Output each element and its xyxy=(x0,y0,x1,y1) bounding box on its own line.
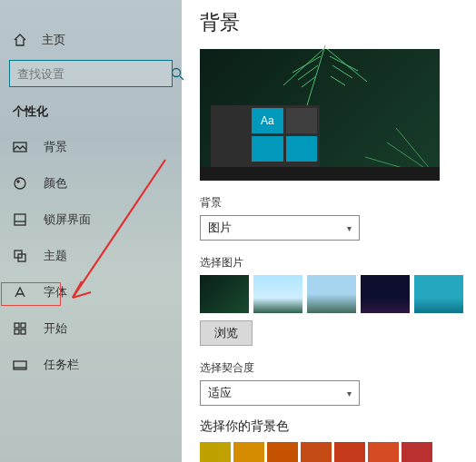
svg-rect-4 xyxy=(15,214,25,225)
sidebar-item-label: 颜色 xyxy=(44,175,67,192)
start-icon xyxy=(13,321,27,336)
svg-rect-7 xyxy=(15,323,19,328)
picture-thumbnails xyxy=(200,275,463,313)
color-swatch[interactable] xyxy=(200,442,231,462)
desktop-preview: Aa xyxy=(200,49,440,181)
search-field[interactable] xyxy=(17,67,170,81)
sidebar-item-label: 任务栏 xyxy=(44,357,79,373)
browse-button[interactable]: 浏览 xyxy=(200,320,253,346)
sidebar-category-title: 个性化 xyxy=(0,98,182,129)
picture-thumb[interactable] xyxy=(200,275,249,313)
themes-icon xyxy=(13,249,27,263)
picture-thumb[interactable] xyxy=(414,275,463,313)
font-icon xyxy=(13,285,27,300)
palette-icon xyxy=(13,176,27,191)
sidebar-item-fonts[interactable]: 字体 xyxy=(0,274,182,310)
sidebar-item-lockscreen[interactable]: 锁屏界面 xyxy=(0,202,182,238)
select-value: 图片 xyxy=(208,220,232,236)
background-type-select[interactable]: 图片 ▾ xyxy=(200,215,360,241)
lockscreen-icon xyxy=(13,212,27,227)
sidebar-item-colors[interactable]: 颜色 xyxy=(0,165,182,202)
fit-select[interactable]: 适应 ▾ xyxy=(200,380,360,406)
choose-picture-label: 选择图片 xyxy=(200,255,463,270)
sidebar-item-themes[interactable]: 主题 xyxy=(0,238,182,274)
svg-point-3 xyxy=(17,181,19,182)
sidebar-home[interactable]: 主页 xyxy=(0,24,182,56)
color-swatch[interactable] xyxy=(267,442,298,462)
home-icon xyxy=(13,33,27,47)
fit-label: 选择契合度 xyxy=(200,360,463,376)
picture-thumb[interactable] xyxy=(307,275,356,313)
browse-button-label: 浏览 xyxy=(214,325,238,341)
svg-rect-10 xyxy=(21,329,25,334)
svg-rect-9 xyxy=(15,329,19,334)
settings-sidebar: 主页 个性化 背景 颜色 锁屏界面 主题 字体 xyxy=(0,0,182,462)
main-panel: 背景 Aa 背景 图片 ▾ xyxy=(200,9,463,462)
preview-start-menu: Aa xyxy=(211,105,320,167)
sidebar-item-label: 开始 xyxy=(44,320,67,337)
svg-point-2 xyxy=(15,178,25,189)
preview-fern-icon xyxy=(271,45,389,107)
color-swatch[interactable] xyxy=(233,442,264,462)
sidebar-item-start[interactable]: 开始 xyxy=(0,310,182,347)
background-dropdown-label: 背景 xyxy=(200,195,463,211)
color-swatches xyxy=(200,442,465,462)
select-value: 适应 xyxy=(208,385,232,401)
sidebar-item-label: 锁屏界面 xyxy=(44,211,91,228)
preview-tile-aa: Aa xyxy=(252,108,283,133)
color-swatch[interactable] xyxy=(368,442,399,462)
search-icon xyxy=(170,66,184,81)
color-swatch[interactable] xyxy=(301,442,332,462)
page-title: 背景 xyxy=(200,9,463,36)
sidebar-item-label: 背景 xyxy=(44,139,67,155)
sidebar-item-taskbar[interactable]: 任务栏 xyxy=(0,347,182,383)
search-settings-input[interactable] xyxy=(9,60,173,87)
sidebar-home-label: 主页 xyxy=(42,32,65,48)
chevron-down-icon: ▾ xyxy=(347,388,352,398)
sidebar-item-label: 字体 xyxy=(44,284,67,300)
accent-color-label: 选择你的背景色 xyxy=(200,418,463,435)
image-icon xyxy=(13,140,27,154)
preview-taskbar xyxy=(200,167,440,181)
picture-thumb[interactable] xyxy=(361,275,410,313)
svg-rect-8 xyxy=(21,323,25,328)
sidebar-item-label: 主题 xyxy=(44,248,67,264)
taskbar-icon xyxy=(13,358,27,372)
sidebar-item-background[interactable]: 背景 xyxy=(0,129,182,165)
color-swatch[interactable] xyxy=(402,442,432,462)
picture-thumb[interactable] xyxy=(253,275,302,313)
svg-point-0 xyxy=(173,69,181,77)
color-swatch[interactable] xyxy=(334,442,365,462)
chevron-down-icon: ▾ xyxy=(347,223,352,233)
